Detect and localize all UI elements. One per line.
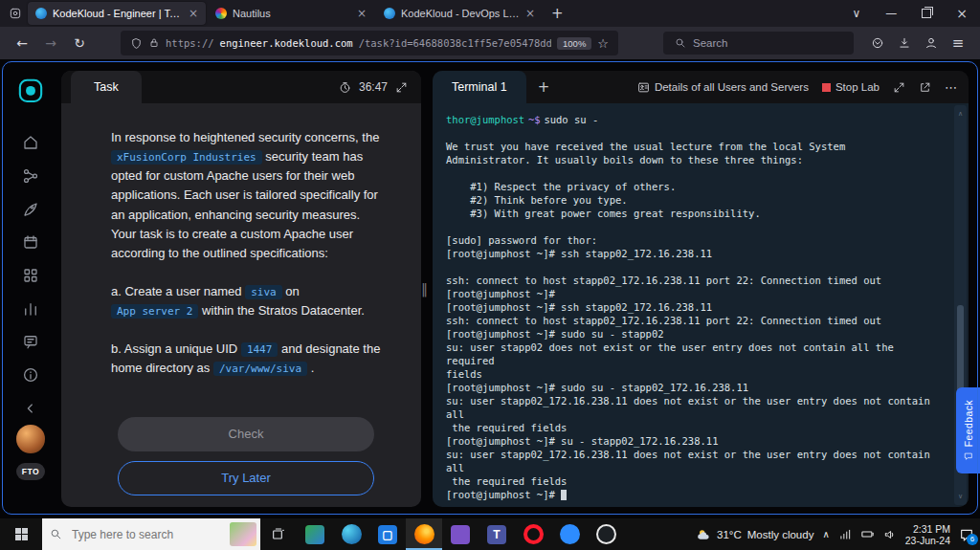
app-visual-studio-icon[interactable]	[442, 518, 479, 550]
zoom-level-badge[interactable]: 100%	[557, 37, 591, 50]
task-panel-header: Task 36:47	[61, 71, 421, 103]
panel-resize-handle[interactable]: ‖	[421, 281, 428, 297]
feedback-label: Feedback	[963, 400, 974, 447]
home-icon[interactable]	[11, 126, 50, 160]
task-text: In response to heightened security conce…	[111, 130, 379, 144]
search-placeholder: Search	[693, 37, 727, 49]
terminal-tab[interactable]: Terminal 1	[433, 71, 526, 103]
kodekloud-logo-icon[interactable]	[16, 77, 45, 105]
learning-paths-icon[interactable]	[11, 159, 50, 192]
fto-badge[interactable]: FTO	[16, 463, 45, 480]
url-scheme: https://	[166, 37, 214, 49]
task-text: on	[285, 284, 299, 298]
feedback-chat-icon	[964, 451, 973, 461]
system-tray: 31°C Mostly cloudy ∧ 2:31 PM 23-Jun-24 6	[696, 518, 980, 550]
pocket-save-icon[interactable]	[865, 31, 890, 55]
app-edge-icon[interactable]	[333, 518, 369, 550]
home-dir-chip: /var/www/siva	[213, 362, 307, 376]
app-dark-icon[interactable]	[588, 518, 624, 550]
expand-icon[interactable]	[395, 81, 408, 94]
tab-close-icon[interactable]: ×	[189, 7, 198, 20]
volume-icon[interactable]	[883, 528, 897, 541]
downloads-icon[interactable]	[892, 31, 917, 55]
rocket-icon[interactable]	[11, 192, 50, 226]
terminal-cursor	[561, 490, 567, 500]
task-view-icon[interactable]	[260, 518, 297, 550]
minimize-icon[interactable]: —	[873, 7, 909, 20]
weather-description: Mostly cloudy	[747, 529, 814, 540]
notes-icon[interactable]	[11, 325, 50, 359]
user-avatar[interactable]	[16, 425, 45, 453]
scroll-down-icon[interactable]: ∨	[958, 490, 963, 503]
browser-nav-bar: ← → ↻ https://engineer.kodekloud.com/tas…	[0, 27, 980, 59]
tab-close-icon[interactable]: ×	[525, 7, 535, 20]
back-icon[interactable]: ←	[10, 31, 34, 55]
search-bar[interactable]: Search	[663, 32, 854, 55]
check-button[interactable]: Check	[118, 417, 374, 451]
task-text: b. Assign a unique UID	[111, 341, 237, 356]
feedback-tab[interactable]: Feedback	[956, 387, 980, 473]
tab-nautilus[interactable]: Nautilus ×	[208, 2, 374, 25]
kodekloud-favicon	[35, 8, 47, 19]
task-tab[interactable]: Task	[71, 71, 142, 103]
search-icon	[675, 37, 686, 49]
account-icon[interactable]	[919, 31, 944, 55]
search-highlight-image[interactable]	[230, 522, 256, 546]
terminal-screen[interactable]: thor@jumphost~$sudo su - We trust you ha…	[433, 103, 969, 507]
stop-square-icon	[822, 83, 831, 92]
close-window-icon[interactable]: ×	[944, 6, 980, 21]
company-chip: xFusionCorp Industries	[111, 150, 262, 165]
network-icon[interactable]	[838, 528, 852, 541]
reload-icon[interactable]: ↻	[67, 31, 92, 55]
show-hidden-icons-chevron[interactable]: ∧	[822, 529, 829, 539]
lock-icon	[148, 37, 160, 49]
app-store-icon[interactable]: ▢	[369, 518, 406, 550]
info-icon[interactable]	[11, 359, 50, 392]
bookmark-star-icon[interactable]: ☆	[597, 36, 609, 51]
stop-lab-label: Stop Lab	[835, 81, 880, 93]
app-firefox-icon[interactable]	[406, 518, 442, 550]
new-tab-icon[interactable]: +	[551, 5, 564, 22]
new-terminal-icon[interactable]: +	[526, 78, 562, 96]
tab-list-chevron-icon[interactable]: ∨	[839, 7, 873, 20]
nav-right-icons: ≡	[865, 31, 970, 55]
stop-lab-button[interactable]: Stop Lab	[822, 81, 880, 93]
open-external-icon[interactable]	[919, 81, 931, 94]
fullscreen-icon[interactable]	[893, 81, 905, 94]
app-opera-icon[interactable]	[515, 518, 551, 550]
action-center-button[interactable]: 6	[959, 527, 974, 542]
tab-close-icon[interactable]: ×	[357, 7, 367, 20]
try-later-button[interactable]: Try Later	[118, 461, 374, 495]
details-link[interactable]: Details of all Users and Servers	[637, 81, 809, 94]
weather-widget[interactable]: 31°C Mostly cloudy	[696, 527, 813, 542]
forward-icon[interactable]: →	[38, 31, 63, 55]
start-button[interactable]	[0, 518, 42, 550]
url-bar[interactable]: https://engineer.kodekloud.com/task?id=6…	[121, 31, 618, 55]
more-options-icon[interactable]: ⋯	[945, 80, 957, 95]
firefox-view-icon[interactable]	[4, 4, 27, 23]
terminal-output: We trust you have received the usual lec…	[446, 126, 944, 488]
task-item-a: a. Create a user named siva on App serve…	[111, 282, 381, 320]
apps-grid-icon[interactable]	[11, 259, 50, 293]
battery-icon[interactable]	[860, 527, 875, 541]
collapse-chevron-icon[interactable]	[11, 392, 50, 426]
menu-icon[interactable]: ≡	[946, 31, 970, 55]
tab-kodekloud-learning[interactable]: KodeKloud - DevOps Learning ×	[376, 2, 543, 25]
app-teams-icon[interactable]: T	[479, 518, 515, 550]
clock-widget[interactable]: 2:31 PM 23-Jun-24	[905, 523, 950, 546]
shield-icon[interactable]	[130, 37, 143, 50]
tab-kodekloud-task[interactable]: KodeKloud - Engineer | Task ×	[28, 2, 206, 25]
taskbar-search[interactable]	[42, 518, 260, 550]
calendar-icon[interactable]	[11, 226, 50, 259]
app-photos-icon[interactable]	[297, 518, 333, 550]
scroll-up-icon[interactable]: ∧	[958, 107, 963, 121]
restore-window-icon[interactable]	[922, 9, 931, 18]
app-zoom-icon[interactable]	[551, 518, 588, 550]
taskbar-date: 23-Jun-24	[905, 535, 950, 546]
task-text: security team has opted for custom Apach…	[111, 149, 378, 260]
timer-value: 36:47	[359, 80, 388, 94]
tab-title: KodeKloud - Engineer | Task	[53, 8, 183, 19]
leaderboard-icon[interactable]	[11, 292, 50, 325]
terminal-line-1: thor@jumphost~$sudo su -	[446, 113, 944, 126]
taskbar-search-input[interactable]	[70, 527, 198, 542]
